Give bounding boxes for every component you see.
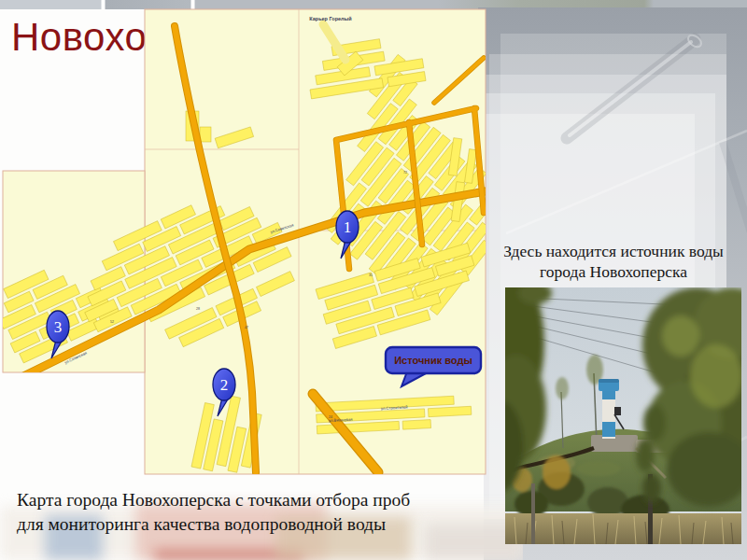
svg-text:28: 28: [196, 307, 200, 311]
svg-text:24: 24: [329, 415, 332, 419]
quarry-label: Карьер Горелый: [309, 16, 351, 21]
water-source-photo: [505, 287, 741, 544]
svg-text:2: 2: [220, 376, 229, 394]
svg-text:1: 1: [344, 218, 352, 236]
slide: { "slide": { "title": "Новохоперск", "ri…: [0, 0, 747, 560]
svg-text:3: 3: [54, 318, 63, 336]
svg-text:72: 72: [403, 171, 407, 175]
map-caption-line2: для мониторинга качества водопроводной в…: [17, 512, 484, 537]
svg-text:Источник воды: Источник воды: [394, 355, 472, 366]
svg-text:47: 47: [245, 326, 248, 329]
svg-text:52: 52: [110, 320, 114, 324]
tree-trunk: [531, 483, 535, 544]
svg-text:31: 31: [369, 273, 373, 277]
map-caption: Карта города Новохоперска с точками отбо…: [17, 488, 484, 537]
city-map: ул.Советская ул.Советская ул.Строителей …: [0, 0, 489, 480]
map-caption-line1: Карта города Новохоперска с точками отбо…: [17, 488, 484, 512]
